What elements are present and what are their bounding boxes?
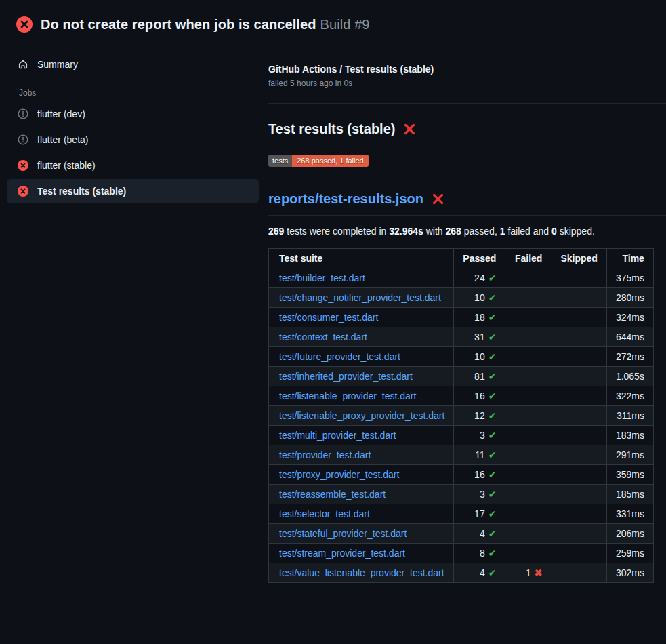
- column-header-passed: Passed: [454, 249, 505, 268]
- x-icon: ✖: [535, 567, 543, 578]
- skipped-cell: [551, 347, 606, 367]
- passed-cell: 8✔: [454, 544, 505, 563]
- x-circle-fail-icon: [18, 186, 28, 197]
- check-icon: ✔: [488, 528, 497, 539]
- sidebar-item-label: Test results (stable): [37, 186, 126, 197]
- run-name: Do not create report when job is cancell…: [41, 17, 316, 32]
- passed-cell: 31✔: [454, 327, 505, 347]
- skipped-cell: [551, 406, 606, 426]
- sidebar-item-summary[interactable]: Summary: [7, 53, 259, 76]
- skipped-cell: [551, 288, 606, 308]
- test-suite-link[interactable]: test/listenable_proxy_provider_test.dart: [279, 410, 444, 421]
- skipped-cell: [551, 308, 606, 327]
- table-row: test/change_notifier_provider_test.dart1…: [269, 288, 654, 308]
- test-suite-link[interactable]: test/listenable_provider_test.dart: [279, 390, 416, 401]
- test-suite-link[interactable]: test/context_test.dart: [279, 331, 367, 342]
- test-suite-link[interactable]: test/inherited_provider_test.dart: [279, 371, 413, 382]
- sidebar-item-flutter-beta[interactable]: flutter (beta): [7, 127, 259, 152]
- neutral-status-icon: [18, 134, 28, 145]
- time-cell: 272ms: [606, 347, 653, 367]
- run-title-bar: Do not create report when job is cancell…: [0, 0, 666, 38]
- test-summary-line: 269 tests were completed in 32.964s with…: [268, 226, 666, 237]
- test-suite-link[interactable]: test/change_notifier_provider_test.dart: [279, 292, 441, 303]
- time-cell: 185ms: [606, 485, 653, 504]
- check-icon: ✔: [488, 273, 497, 283]
- time-cell: 311ms: [606, 406, 653, 426]
- failed-cell: [505, 426, 551, 445]
- check-icon: ✔: [488, 410, 497, 421]
- home-icon: [18, 59, 28, 70]
- badge-value: 268 passed, 1 failed: [292, 155, 368, 167]
- table-row: test/listenable_proxy_provider_test.dart…: [269, 406, 654, 426]
- passed-cell: 10✔: [454, 347, 505, 367]
- cross-mark-icon: [432, 193, 444, 205]
- time-cell: 324ms: [606, 308, 653, 327]
- time-cell: 183ms: [606, 426, 653, 445]
- skipped-cell: [551, 367, 606, 386]
- time-cell: 291ms: [606, 445, 653, 465]
- skipped-cell: [551, 563, 606, 583]
- failed-cell: [505, 504, 551, 524]
- neutral-status-icon: [18, 108, 28, 119]
- check-icon: ✔: [488, 567, 497, 578]
- sidebar-item-label: Summary: [37, 59, 78, 70]
- report-heading: reports/test-results.json: [268, 191, 666, 216]
- check-icon: ✔: [488, 449, 497, 460]
- sidebar-item-flutter-dev[interactable]: flutter (dev): [7, 102, 259, 126]
- passed-cell: 16✔: [454, 465, 505, 485]
- skipped-cell: [551, 544, 606, 563]
- test-suite-link[interactable]: test/stateful_provider_test.dart: [279, 528, 407, 539]
- failed-cell: [505, 386, 551, 406]
- column-header-time: Time: [606, 249, 653, 268]
- failed-cell: 1✖: [505, 563, 551, 583]
- sidebar-item-label: flutter (dev): [37, 108, 85, 119]
- check-icon: ✔: [488, 331, 497, 342]
- test-suite-link[interactable]: test/proxy_provider_test.dart: [279, 469, 399, 480]
- passed-cell: 4✔: [454, 524, 505, 544]
- report-file-link[interactable]: reports/test-results.json: [268, 191, 423, 207]
- test-suite-link[interactable]: test/stream_provider_test.dart: [279, 548, 405, 559]
- table-row: test/builder_test.dart24✔375ms: [269, 268, 654, 288]
- sidebar-item-test-results-stable[interactable]: Test results (stable): [7, 179, 259, 203]
- divider: [268, 103, 666, 104]
- failed-cell: [505, 308, 551, 327]
- build-number: Build #9: [320, 17, 370, 32]
- column-header-skipped: Skipped: [551, 249, 606, 268]
- page-title: Do not create report when job is cancell…: [41, 17, 370, 33]
- skipped-cell: [551, 485, 606, 504]
- sidebar-item-flutter-stable[interactable]: flutter (stable): [7, 153, 259, 178]
- test-suite-link[interactable]: test/selector_test.dart: [279, 508, 370, 519]
- section-heading: Test results (stable): [268, 121, 666, 144]
- table-header-row: Test suite Passed Failed Skipped Time: [269, 249, 654, 268]
- failed-cell: [505, 406, 551, 426]
- failed-cell: [505, 485, 551, 504]
- test-suite-link[interactable]: test/value_listenable_provider_test.dart: [279, 567, 444, 578]
- table-row: test/stateful_provider_test.dart4✔206ms: [269, 524, 654, 544]
- total-count: 269: [268, 226, 284, 237]
- run-status-line: failed 5 hours ago in 0s: [268, 79, 666, 88]
- check-icon: ✔: [488, 292, 497, 303]
- column-header-test-suite: Test suite: [269, 249, 454, 268]
- failed-cell: [505, 445, 551, 465]
- passed-cell: 10✔: [454, 288, 505, 308]
- skipped-cell: [551, 524, 606, 544]
- time-cell: 206ms: [606, 524, 653, 544]
- time-cell: 302ms: [606, 563, 653, 583]
- table-row: test/listenable_provider_test.dart16✔322…: [269, 386, 654, 406]
- test-suite-link[interactable]: test/consumer_test.dart: [279, 312, 378, 323]
- skipped-cell: [551, 504, 606, 524]
- table-row: test/value_listenable_provider_test.dart…: [269, 563, 654, 583]
- time-cell: 375ms: [606, 268, 653, 288]
- x-circle-fail-icon: [18, 160, 28, 171]
- test-suite-link[interactable]: test/future_provider_test.dart: [279, 351, 400, 362]
- table-row: test/stream_provider_test.dart8✔259ms: [269, 544, 654, 563]
- test-suite-link[interactable]: test/provider_test.dart: [279, 449, 371, 460]
- sidebar-item-label: flutter (stable): [37, 160, 96, 171]
- skipped-cell: [551, 426, 606, 445]
- cross-mark-icon: [403, 123, 416, 136]
- test-suite-link[interactable]: test/multi_provider_test.dart: [279, 430, 396, 441]
- test-suite-link[interactable]: test/builder_test.dart: [279, 273, 365, 283]
- test-suite-link[interactable]: test/reassemble_test.dart: [279, 489, 386, 500]
- time-cell: 280ms: [606, 288, 653, 308]
- passed-cell: 3✔: [454, 485, 505, 504]
